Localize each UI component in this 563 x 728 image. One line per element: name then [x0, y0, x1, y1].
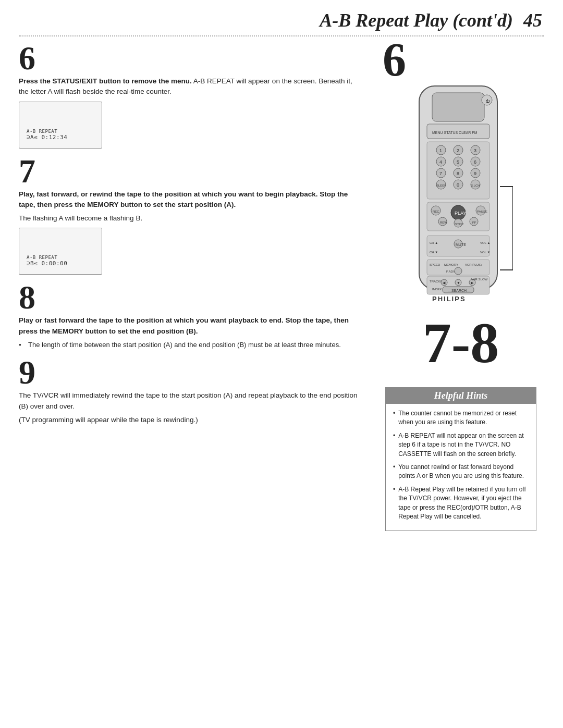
svg-text:⏻: ⏻ [485, 99, 490, 104]
step-8-number: 8 [19, 281, 362, 314]
helpful-hints-title: Helpful Hints [434, 390, 488, 401]
screen-display-2: A-B REPEAT ⊇B≤ 0:00:00 [19, 228, 102, 275]
svg-text:REC: REC [433, 210, 439, 213]
hint-text: A-B REPEAT will not appear on the screen… [398, 431, 529, 459]
remote-control-image: ⏻ MENU STATUS CLEAR FM 1 2 3 4 5 [403, 83, 518, 304]
screen-1-line2: ⊇A≤ 0:12:34 [27, 134, 67, 141]
step-8-text: Play or fast forward the tape to the pos… [19, 315, 362, 337]
step-6-section: 6 Press the STATUS/EXIT button to remove… [19, 42, 362, 149]
svg-text:INDEX: INDEX [432, 288, 442, 291]
svg-text:1: 1 [439, 148, 442, 153]
hint-item: •You cannot rewind or fast forward beyon… [393, 463, 529, 481]
hint-text: The counter cannot be memorized or reset… [398, 409, 529, 427]
svg-text:STOP: STOP [455, 223, 463, 226]
svg-text:PAUSE: PAUSE [477, 210, 487, 213]
helpful-hints-body: •The counter cannot be memorized or rese… [386, 404, 536, 530]
svg-rect-1 [432, 93, 484, 121]
left-column: 6 Press the STATUS/EXIT button to remove… [19, 36, 362, 531]
step-9-number: 9 [19, 356, 362, 389]
step-8-bullets: The length of time between the start pos… [19, 340, 362, 350]
step-6-number: 6 [19, 42, 362, 75]
step-9-text1: The TV/VCR will immediately rewind the t… [19, 390, 362, 412]
hint-bullet: • [393, 463, 395, 481]
remote-svg: ⏻ MENU STATUS CLEAR FM 1 2 3 4 5 [403, 83, 513, 302]
svg-text:4: 4 [439, 159, 442, 165]
right-column: 6 ⏻ MENU STATUS CLEAR FM 1 2 [377, 36, 544, 531]
step-8-bullet-1: The length of time between the start pos… [19, 340, 362, 350]
step-7-text: Play, fast forward, or rewind the tape t… [19, 189, 362, 211]
screen-display-1: A-B REPEAT ⊇A≤ 0:12:34 [19, 102, 102, 149]
hint-bullet: • [393, 485, 395, 522]
svg-text:MUTE: MUTE [456, 243, 466, 246]
step-7-number: 7 [19, 155, 362, 188]
step-8-section: 8 Play or fast forward the tape to the p… [19, 281, 362, 350]
page-title: A-B Repeat Play (cont'd) [320, 10, 513, 31]
svg-text:7: 7 [439, 171, 442, 176]
screen-2-line1: A-B REPEAT [27, 255, 67, 260]
page-number: 45 [523, 10, 542, 31]
svg-text:SLEEP: SLEEP [436, 184, 446, 187]
svg-text:VAR.SLOW: VAR.SLOW [471, 278, 488, 281]
step-7-section: 7 Play, fast forward, or rewind the tape… [19, 155, 362, 275]
svg-text:PLAY: PLAY [455, 211, 466, 216]
step-6-text: Press the STATUS/EXIT button to remove t… [19, 76, 362, 97]
svg-text:CH ▼: CH ▼ [430, 251, 438, 254]
svg-point-56 [455, 267, 462, 275]
svg-text:FF: FF [472, 221, 476, 224]
hint-item: •The counter cannot be memorized or rese… [393, 409, 529, 427]
step-7-normal: The flashing A will become a flashing B. [19, 213, 362, 224]
hint-text: You cannot rewind or fast forward beyond… [398, 463, 529, 481]
svg-text:0: 0 [457, 182, 459, 188]
hint-text: A-B Repeat Play will be retained if you … [398, 485, 529, 522]
svg-text:CH ▲: CH ▲ [430, 241, 438, 244]
helpful-hints-box: Helpful Hints •The counter cannot be mem… [385, 387, 536, 531]
svg-text:MEMORY: MEMORY [444, 263, 458, 266]
svg-text:MENU  STATUS  CLEAR  FM: MENU STATUS CLEAR FM [432, 131, 478, 134]
step-78-number: 7-8 [423, 314, 499, 372]
step-7-bold: Play, fast forward, or rewind the tape t… [19, 190, 348, 208]
svg-text:6: 6 [474, 159, 476, 165]
step-6-bold: Press the STATUS/EXIT button to remove t… [19, 77, 192, 85]
svg-text:8: 8 [457, 171, 459, 176]
step-8-bold: Play or fast forward the tape to the pos… [19, 316, 349, 335]
svg-text:PHILIPS: PHILIPS [432, 295, 466, 302]
helpful-hints-header: Helpful Hints [386, 388, 536, 404]
hint-bullet: • [393, 409, 395, 427]
svg-text:9: 9 [474, 171, 476, 176]
svg-text:5: 5 [457, 159, 459, 165]
hint-item: •A-B REPEAT will not appear on the scree… [393, 431, 529, 459]
right-step-6-number: 6 [383, 36, 406, 83]
svg-text:S.LCH: S.LCH [471, 184, 480, 187]
svg-text:3: 3 [474, 148, 476, 153]
svg-text:2: 2 [457, 148, 459, 153]
hint-bullet: • [393, 431, 395, 459]
step-9-text2: (TV programming will appear while the ta… [19, 415, 362, 425]
step-9-section: 9 The TV/VCR will immediately rewind the… [19, 356, 362, 425]
svg-text:F.ADV: F.ADV [446, 270, 455, 273]
screen-2-content: A-B REPEAT ⊇B≤ 0:00:00 [27, 255, 67, 267]
svg-text:▼: ▼ [457, 281, 460, 285]
svg-text:—SEARCH—: —SEARCH— [448, 289, 470, 292]
svg-text:REW: REW [440, 221, 447, 224]
main-content: 6 Press the STATUS/EXIT button to remove… [0, 36, 563, 531]
page-header: A-B Repeat Play (cont'd) 45 [0, 0, 563, 31]
svg-text:VOL ▲: VOL ▲ [480, 241, 490, 244]
screen-1-content: A-B REPEAT ⊇A≤ 0:12:34 [27, 129, 67, 141]
hint-item: •A-B Repeat Play will be retained if you… [393, 485, 529, 522]
screen-2-line2: ⊇B≤ 0:00:00 [27, 260, 67, 267]
svg-text:VCR PLUS+: VCR PLUS+ [465, 263, 483, 266]
screen-1-line1: A-B REPEAT [27, 129, 67, 134]
svg-text:VOL ▼: VOL ▼ [480, 251, 490, 254]
svg-text:SPEED: SPEED [430, 263, 440, 266]
